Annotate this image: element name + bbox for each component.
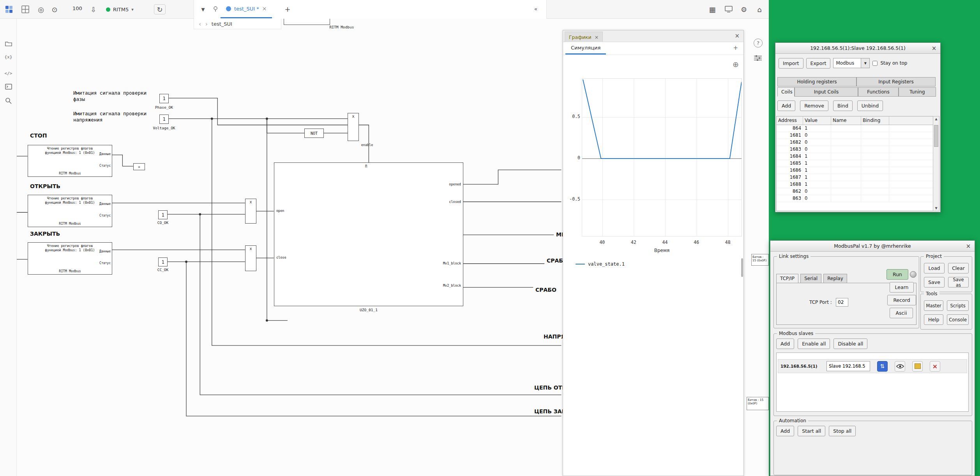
layout-grid-icon[interactable] <box>19 4 31 15</box>
var-label-close-circuit[interactable]: ЦЕПЬ ЗАК <box>534 408 566 414</box>
panels-icon[interactable]: ▦ <box>706 4 718 15</box>
charts-scrollbar[interactable] <box>741 258 743 277</box>
table-row[interactable]: 16861 <box>777 167 933 174</box>
tab-holding-registers[interactable]: Holding registers <box>777 77 856 86</box>
combobox-arrow-icon[interactable]: ▼ <box>861 58 870 68</box>
table-row[interactable]: 16871 <box>777 174 933 181</box>
download-icon[interactable]: ⇩ <box>88 4 99 15</box>
start-all-button[interactable]: Start all <box>798 426 825 436</box>
slave-list-item[interactable]: 192.168.56.5(1) ⇅ × <box>778 359 967 373</box>
unbind-button[interactable]: Unbind <box>857 100 883 111</box>
const-block-phase[interactable]: 1 <box>159 94 169 103</box>
device-selector[interactable]: RITM5 ▾ <box>102 4 138 15</box>
simulation-plot[interactable] <box>582 78 742 236</box>
tab-simulation[interactable]: Симуляция <box>565 42 606 55</box>
output-arrow-block[interactable]: » <box>133 163 145 170</box>
table-row[interactable]: 16810 <box>777 132 933 139</box>
table-row[interactable]: 16820 <box>777 139 933 146</box>
charts-title-tab[interactable]: Графики × <box>565 32 603 42</box>
table-row[interactable]: 8630 <box>777 195 933 202</box>
modbus-read-block-stop[interactable]: Чтение регистров флаговфункцией Modbus: … <box>28 145 112 177</box>
disable-all-button[interactable]: Disable all <box>833 338 867 349</box>
bind-button[interactable]: Bind <box>833 100 853 111</box>
help-icon[interactable]: ? <box>754 39 763 48</box>
monitor-icon[interactable] <box>723 4 735 15</box>
add-curve-icon[interactable]: ⊕ <box>733 60 739 69</box>
stay-on-top-checkbox[interactable] <box>872 61 878 66</box>
table-row[interactable]: 8641 <box>777 125 933 132</box>
table-row[interactable]: 8620 <box>777 188 933 195</box>
clear-button[interactable]: Clear <box>948 263 969 273</box>
coils-table[interactable]: Address Value Name Binding 8641 16810 16… <box>776 116 934 211</box>
table-row[interactable]: 16841 <box>777 153 933 160</box>
tab-input-coils[interactable]: Input Coils <box>795 87 858 97</box>
scripts-button[interactable]: Scripts <box>947 300 969 311</box>
heading-close[interactable]: ЗАКРЫТЬ <box>30 231 60 237</box>
not-block[interactable]: NOT <box>304 129 324 138</box>
tab-close-icon[interactable]: × <box>262 5 267 12</box>
scroll-down-icon[interactable]: ▼ <box>933 206 939 210</box>
files-icon[interactable] <box>3 38 14 49</box>
tab-input-registers[interactable]: Input Registers <box>856 77 936 86</box>
slave-name-input[interactable] <box>826 361 870 371</box>
slave-window-titlebar[interactable]: 192.168.56.5(1):Slave 192.168.56.5(1) × <box>775 43 940 54</box>
add-automation-button[interactable]: Add <box>776 426 794 436</box>
tab-tcpip[interactable]: TCP/IP <box>776 274 798 283</box>
mul-block-2[interactable]: x <box>245 245 256 271</box>
export-button[interactable]: Export <box>806 58 831 69</box>
refresh-icon[interactable]: ↻ <box>154 4 166 14</box>
mul-block-3[interactable]: x <box>348 113 359 141</box>
charts-tab-close-icon[interactable]: × <box>595 34 599 40</box>
tab-chevron-icon[interactable]: ▾ <box>197 3 209 15</box>
zoom-out-icon[interactable]: ◎ <box>35 4 47 15</box>
slave-delete-icon[interactable]: × <box>930 361 940 372</box>
home-icon[interactable]: ⌂ <box>754 4 765 15</box>
chart-legend[interactable]: valve_state.1 <box>576 261 625 267</box>
main-function-block[interactable]: П open close opened closed Mv1_block Mv2… <box>274 162 463 306</box>
add-chart-tab-icon[interactable]: + <box>733 44 738 51</box>
modbuspal-close-icon[interactable]: × <box>964 242 972 250</box>
terminal-icon[interactable] <box>3 81 14 92</box>
tab-overflow-icon[interactable]: « <box>530 3 542 15</box>
gear-icon[interactable]: ⚙ <box>738 4 750 15</box>
enable-all-button[interactable]: Enable all <box>798 338 830 349</box>
search-icon[interactable] <box>3 95 14 106</box>
connect-icon[interactable] <box>210 3 221 15</box>
stop-all-button[interactable]: Stop all <box>829 426 856 436</box>
zoom-in-icon[interactable]: ⊙ <box>49 4 60 15</box>
table-row[interactable]: 16830 <box>777 146 933 153</box>
tab-serial[interactable]: Serial <box>800 274 821 283</box>
tab-coils[interactable]: Coils <box>777 87 795 97</box>
var-label-open-circuit[interactable]: ЦЕПЬ ОТК <box>534 384 567 391</box>
breadcrumb-item[interactable]: test_SUI <box>212 21 232 27</box>
const-block-co[interactable]: 1 <box>158 210 168 219</box>
save-button[interactable]: Save <box>924 277 945 287</box>
var-label-srabo-2[interactable]: СРАБО <box>535 287 556 293</box>
tab-functions[interactable]: Functions <box>858 87 899 97</box>
scroll-up-icon[interactable]: ▲ <box>933 117 939 121</box>
nav-back-icon[interactable]: ‹ <box>199 20 201 28</box>
slave-registers-icon[interactable] <box>912 361 923 372</box>
run-button[interactable]: Run <box>886 269 908 280</box>
slave-eye-icon[interactable] <box>895 361 905 372</box>
variables-icon[interactable]: {x} <box>3 51 14 63</box>
zoom-level-value[interactable]: 100 <box>72 5 82 11</box>
tab-tuning[interactable]: Tuning <box>899 87 936 97</box>
save-as-button[interactable]: Save as <box>948 277 969 287</box>
note-voltage-check[interactable]: Имитация сигнала проверки напряжения <box>73 111 147 123</box>
const-block-voltage[interactable]: 1 <box>159 115 169 124</box>
tab-test-sui[interactable]: test_SUI * × <box>221 0 272 18</box>
charts-panel-close-icon[interactable]: × <box>735 32 740 39</box>
add-slave-button[interactable]: Add <box>776 338 794 349</box>
sliders-icon[interactable] <box>753 54 763 62</box>
tcp-port-input[interactable] <box>836 298 848 307</box>
import-button[interactable]: Import <box>779 58 803 69</box>
clipped-top-block[interactable] <box>284 19 330 25</box>
new-tab-button[interactable]: + <box>282 3 293 15</box>
app-grid-icon[interactable] <box>3 4 15 15</box>
learn-button[interactable]: Learn <box>890 282 914 293</box>
slave-window-close-icon[interactable]: × <box>930 44 938 52</box>
mul-block-1[interactable]: x <box>245 199 256 224</box>
ascii-button[interactable]: Ascii <box>890 308 913 318</box>
note-phase-check[interactable]: Имитация сигнала проверки фазы <box>73 90 147 102</box>
